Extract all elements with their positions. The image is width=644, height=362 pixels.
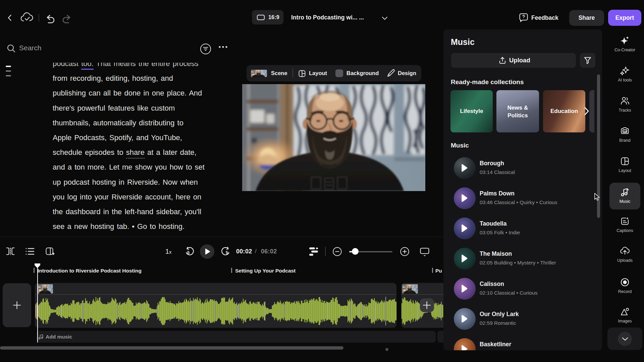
svg-text:5: 5 <box>187 250 190 255</box>
svg-text:5: 5 <box>226 250 228 255</box>
